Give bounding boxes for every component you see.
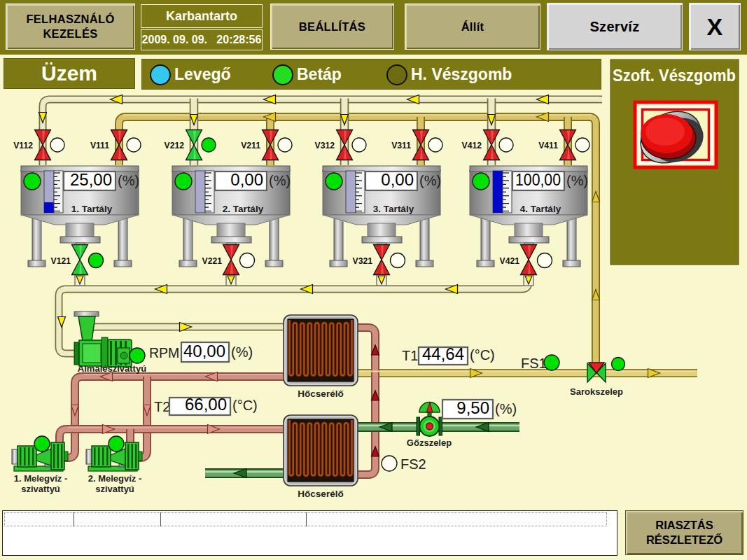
svg-text:40,00: 40,00: [183, 342, 225, 360]
svg-text:T1: T1: [402, 348, 418, 363]
svg-text:(%): (%): [495, 401, 517, 416]
svg-text:9,50: 9,50: [456, 398, 489, 417]
svg-text:V421: V421: [500, 256, 520, 266]
svg-text:V321: V321: [353, 256, 373, 266]
svg-text:1. Tartály: 1. Tartály: [71, 204, 113, 214]
svg-text:FS1: FS1: [521, 356, 547, 371]
svg-text:Gőzszelep: Gőzszelep: [407, 438, 452, 448]
svg-text:Hőcserélő: Hőcserélő: [298, 388, 343, 399]
svg-text:szivattyú: szivattyú: [95, 484, 134, 494]
svg-text:4. Tartály: 4. Tartály: [520, 204, 561, 214]
svg-text:V121: V121: [51, 256, 71, 266]
svg-text:V412: V412: [462, 141, 482, 150]
svg-text:2. Melegvíz -: 2. Melegvíz -: [88, 473, 142, 484]
svg-text:1. Melegvíz -: 1. Melegvíz -: [14, 473, 68, 484]
svg-text:100,00: 100,00: [515, 170, 561, 189]
svg-text:szivattyú: szivattyú: [21, 484, 60, 494]
svg-text:V211: V211: [241, 141, 260, 150]
svg-text:3. Tartály: 3. Tartály: [373, 204, 414, 214]
svg-text:T2: T2: [154, 399, 170, 414]
svg-text:Almalészivattyú: Almalészivattyú: [78, 363, 146, 374]
svg-text:66,00: 66,00: [185, 395, 227, 414]
svg-text:25,00: 25,00: [70, 170, 112, 189]
svg-text:(%): (%): [419, 173, 441, 188]
svg-text:2. Tartály: 2. Tartály: [223, 204, 264, 214]
svg-text:Sarokszelep: Sarokszelep: [570, 386, 623, 397]
svg-text:V212: V212: [165, 141, 185, 150]
svg-text:V411: V411: [538, 141, 558, 150]
svg-text:0,00: 0,00: [230, 170, 263, 189]
svg-text:Szoft. Vészgomb: Szoft. Vészgomb: [613, 66, 736, 85]
svg-text:RPM: RPM: [149, 345, 179, 360]
svg-text:44,64: 44,64: [422, 344, 464, 363]
svg-text:V312: V312: [315, 141, 335, 150]
svg-text:V221: V221: [202, 256, 223, 266]
svg-text:(%): (%): [566, 173, 588, 188]
svg-text:V112: V112: [13, 141, 33, 150]
svg-text:(%): (%): [231, 344, 253, 360]
svg-text:(%): (%): [269, 173, 291, 188]
svg-text:(°C): (°C): [232, 398, 258, 413]
svg-text:0,00: 0,00: [381, 170, 414, 189]
svg-text:(°C): (°C): [470, 347, 495, 363]
svg-text:FS2: FS2: [400, 456, 426, 472]
svg-text:V111: V111: [90, 141, 109, 150]
svg-text:(%): (%): [118, 173, 139, 188]
svg-text:V311: V311: [391, 141, 411, 150]
svg-text:Hőcserélő: Hőcserélő: [298, 489, 343, 499]
